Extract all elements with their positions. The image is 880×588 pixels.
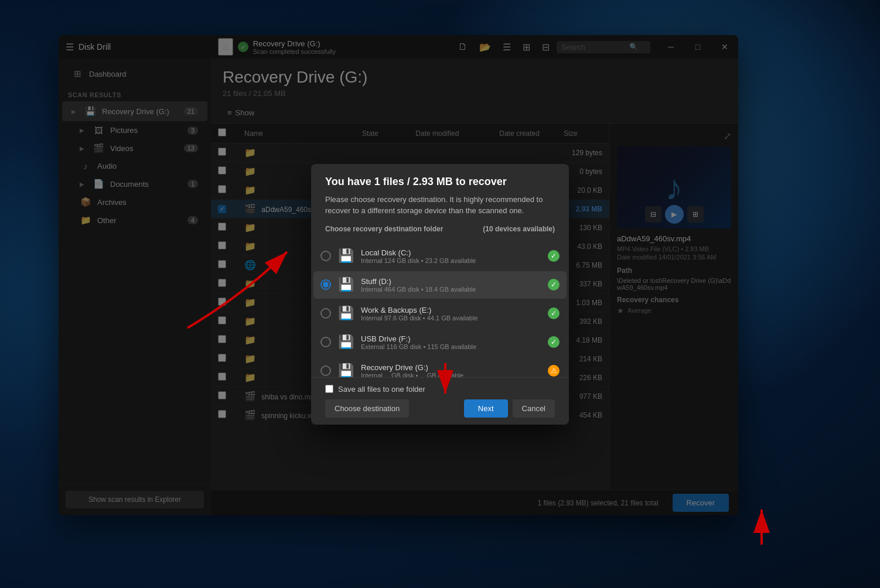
device-status-c: ✓ bbox=[548, 250, 560, 262]
device-item-g[interactable]: 💾 Recovery Drive (G:) Internal ... GB di… bbox=[313, 357, 567, 377]
devices-count: (10 devices available) bbox=[483, 225, 555, 233]
next-button[interactable]: Next bbox=[464, 399, 508, 418]
save-all-checkbox[interactable] bbox=[325, 385, 333, 393]
device-status-e: ✓ bbox=[548, 307, 560, 319]
choose-folder-label: Choose recovery destination folder bbox=[325, 225, 443, 233]
save-all-label: Save all files to one folder bbox=[338, 385, 425, 394]
device-disk-icon-c: 💾 bbox=[338, 248, 354, 264]
device-info-f: USB Drive (F:) External 116 GB disk • 11… bbox=[361, 334, 541, 350]
device-radio-e[interactable] bbox=[320, 308, 331, 319]
device-radio-g[interactable] bbox=[320, 365, 331, 376]
device-item-d[interactable]: 💾 Stuff (D:) Internal 464 GB disk • 18.4… bbox=[313, 271, 567, 299]
cancel-button[interactable]: Cancel bbox=[513, 399, 555, 418]
device-name-e: Work & Backups (E:) bbox=[361, 306, 541, 314]
device-disk-icon-e: 💾 bbox=[338, 306, 354, 321]
device-item-c[interactable]: 💾 Local Disk (C:) Internal 124 GB disk •… bbox=[313, 242, 567, 270]
modal-footer: Save all files to one folder Choose dest… bbox=[311, 377, 569, 425]
recovery-destination-modal: You have 1 files / 2.93 MB to recover Pl… bbox=[311, 164, 569, 425]
device-sub-c: Internal 124 GB disk • 23.2 GB available bbox=[361, 257, 541, 264]
device-usb-icon-f: 💾 bbox=[338, 334, 354, 350]
device-sub-e: Internal 97.6 GB disk • 44.1 GB availabl… bbox=[361, 314, 541, 322]
device-name-f: USB Drive (F:) bbox=[361, 334, 541, 343]
modal-overlay: You have 1 files / 2.93 MB to recover Pl… bbox=[0, 0, 880, 588]
device-sub-d: Internal 464 GB disk • 18.4 GB available bbox=[361, 286, 541, 293]
device-radio-f[interactable] bbox=[320, 337, 331, 347]
device-status-d: ✓ bbox=[548, 279, 560, 290]
devices-list: 💾 Local Disk (C:) Internal 124 GB disk •… bbox=[313, 242, 567, 377]
device-sub-f: External 116 GB disk • 115 GB available bbox=[361, 343, 541, 350]
device-radio-c[interactable] bbox=[320, 251, 331, 261]
device-info-d: Stuff (D:) Internal 464 GB disk • 18.4 G… bbox=[361, 277, 541, 293]
device-status-g: ⚠ bbox=[548, 365, 560, 377]
device-status-f: ✓ bbox=[548, 336, 560, 348]
choose-destination-button[interactable]: Choose destination bbox=[325, 399, 409, 418]
modal-actions: Choose destination Next Cancel bbox=[325, 399, 555, 418]
device-name-d: Stuff (D:) bbox=[361, 277, 541, 286]
device-info-c: Local Disk (C:) Internal 124 GB disk • 2… bbox=[361, 248, 541, 264]
device-name-c: Local Disk (C:) bbox=[361, 248, 541, 257]
modal-description: Please choose recovery destination. It i… bbox=[325, 194, 555, 217]
device-item-f[interactable]: 💾 USB Drive (F:) External 116 GB disk • … bbox=[313, 329, 567, 356]
device-radio-d[interactable] bbox=[320, 279, 331, 290]
modal-title: You have 1 files / 2.93 MB to recover bbox=[325, 176, 555, 188]
device-item-e[interactable]: 💾 Work & Backups (E:) Internal 97.6 GB d… bbox=[313, 300, 567, 327]
device-sub-g: Internal ... GB disk • ... GB available bbox=[361, 372, 541, 377]
save-all-checkbox-row: Save all files to one folder bbox=[325, 385, 555, 394]
device-info-e: Work & Backups (E:) Internal 97.6 GB dis… bbox=[361, 306, 541, 322]
device-name-g: Recovery Drive (G:) bbox=[361, 363, 541, 372]
modal-header: You have 1 files / 2.93 MB to recover Pl… bbox=[311, 164, 569, 242]
device-info-g: Recovery Drive (G:) Internal ... GB disk… bbox=[361, 363, 541, 377]
device-disk-icon-d: 💾 bbox=[338, 277, 354, 292]
device-disk-icon-g: 💾 bbox=[338, 363, 354, 377]
modal-section-title: Choose recovery destination folder (10 d… bbox=[325, 225, 555, 233]
